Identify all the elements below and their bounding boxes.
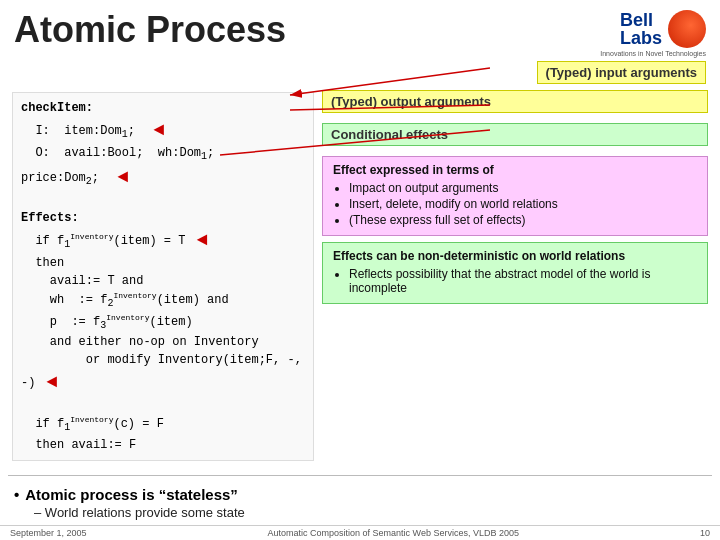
footer-page: 10 [700, 528, 710, 538]
nondeterministic-title: Effects can be non-deterministic on worl… [333, 249, 697, 263]
effect-info-box: Effect expressed in terms of Impact on o… [322, 156, 708, 236]
bullet-dot-1: • [14, 486, 19, 503]
logo-labs-text: Labs [620, 29, 662, 47]
nondeterministic-bullets-list: Reflects possibility that the abstract m… [349, 267, 697, 295]
code-panel: checkItem: I: item:Dom1; ◄ O: avail:Bool… [8, 90, 318, 469]
effect-bullet-3: (These express full set of effects) [349, 213, 697, 227]
effect-title: Effect expressed in terms of [333, 163, 697, 177]
code-if-line: if f1Inventory(item) = T ◄ [21, 227, 305, 254]
typed-input-label: (Typed) input arguments [537, 61, 706, 84]
logo-area: Bell Labs Innovations in Novel Technolog… [600, 10, 706, 57]
code-or-line: or modify Inventory(item;F, -, -) ◄ [21, 351, 305, 396]
code-then2-line: then avail:= F [21, 436, 305, 454]
bullet-main-1: • Atomic process is “stateless” [14, 486, 706, 503]
arrow-icon-I: ◄ [153, 117, 164, 144]
code-if2-line: if f1Inventory(c) = F [21, 414, 305, 435]
footer-center: Automatic Composition of Semantic Web Se… [268, 528, 519, 538]
code-and-line: and either no-op on Inventory [21, 333, 305, 351]
typed-output-label: (Typed) output arguments [322, 90, 708, 113]
code-avail-line: avail:= T and [21, 272, 305, 290]
nondeterministic-bullet-1: Reflects possibility that the abstract m… [349, 267, 697, 295]
code-line-I: I: item:Dom1; ◄ [21, 117, 305, 144]
footer: September 1, 2005 Automatic Composition … [0, 525, 720, 540]
nondeterministic-info-box: Effects can be non-deterministic on worl… [322, 242, 708, 304]
bell-labs-logo-icon [668, 10, 706, 48]
logo-tagline: Innovations in Novel Technologies [600, 50, 706, 57]
arrow-icon-or: ◄ [47, 369, 58, 396]
arrow-icon-O: ◄ [117, 164, 128, 191]
code-p-line: p := f3Inventory(item) [21, 312, 305, 333]
right-panel: (Typed) output arguments Conditional eff… [318, 90, 712, 469]
page-title: Atomic Process [14, 10, 286, 50]
code-wh-line: wh := f2Inventory(item) and [21, 290, 305, 311]
effect-bullets-list: Impact on output arguments Insert, delet… [349, 181, 697, 227]
effects-label: Effects: [21, 209, 305, 227]
bullet-sub-1: World relations provide some state [34, 505, 706, 520]
bullet-text-1: Atomic process is “stateless” [25, 486, 238, 503]
logo-bell-text: Bell [620, 11, 653, 29]
code-line-O: O: avail:Bool; wh:Dom1; price:Dom2; ◄ [21, 144, 305, 191]
effect-bullet-2: Insert, delete, modify on world relation… [349, 197, 697, 211]
arrow-icon-if: ◄ [197, 227, 208, 254]
code-then-line: then [21, 254, 305, 272]
footer-date: September 1, 2005 [10, 528, 87, 538]
code-block: checkItem: I: item:Dom1; ◄ O: avail:Bool… [12, 92, 314, 461]
conditional-effects-label: Conditional effects [322, 123, 708, 146]
check-item-label: checkItem: [21, 99, 305, 117]
effect-bullet-1: Impact on output arguments [349, 181, 697, 195]
